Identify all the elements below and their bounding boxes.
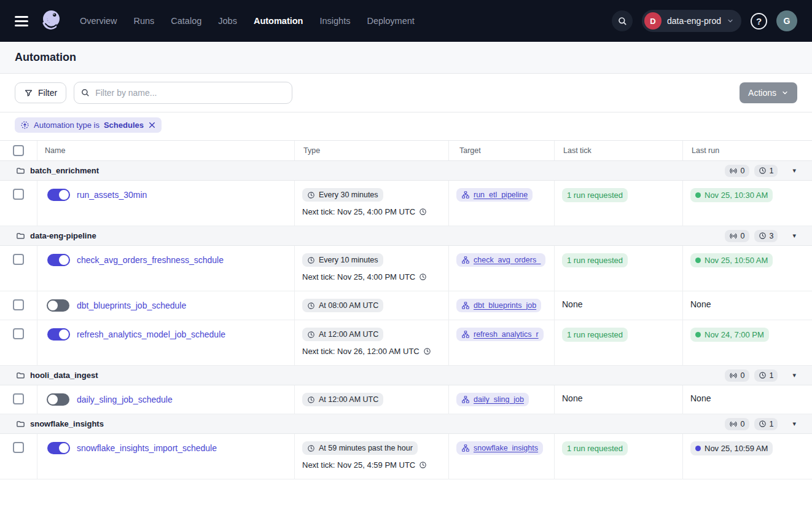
- schedule-name-link[interactable]: daily_sling_job_schedule: [77, 393, 173, 406]
- table-header: Name Type Target Last tick Last run: [0, 141, 812, 161]
- success-dot-icon: [695, 258, 701, 263]
- schedule-toggle[interactable]: [47, 254, 69, 266]
- nav-item-jobs[interactable]: Jobs: [218, 16, 237, 26]
- user-avatar[interactable]: G: [776, 10, 797, 31]
- success-dot-icon: [695, 192, 701, 198]
- close-icon[interactable]: [148, 121, 156, 129]
- nav-item-catalog[interactable]: Catalog: [171, 16, 201, 26]
- job-icon: [461, 330, 470, 339]
- last-run-badge[interactable]: Nov 25, 10:59 AM: [690, 441, 773, 455]
- schedule-type-badge: At 12:00 AM UTC: [302, 328, 383, 341]
- column-header-name: Name: [37, 141, 295, 160]
- nav-item-automation[interactable]: Automation: [254, 16, 303, 26]
- group-row[interactable]: batch_enrichment 0 1 ▾: [0, 161, 812, 181]
- schedule-toggle[interactable]: [47, 299, 69, 312]
- filter-button-label: Filter: [38, 88, 57, 98]
- nav-item-insights[interactable]: Insights: [319, 16, 350, 26]
- schedule-type-badge: At 12:00 AM UTC: [302, 393, 383, 406]
- table-row: daily_sling_job_schedule At 12:00 AM UTC…: [0, 385, 812, 414]
- target-badge[interactable]: refresh_analytics_r: [456, 328, 544, 341]
- page-title: Automation: [15, 51, 76, 64]
- last-tick-none: None: [562, 393, 582, 403]
- hamburger-menu-icon[interactable]: [15, 16, 28, 26]
- clock-icon: [419, 461, 427, 469]
- collapse-caret-button[interactable]: ▾: [790, 419, 798, 429]
- clock-icon: [307, 444, 315, 452]
- schedule-toggle[interactable]: [47, 393, 69, 406]
- last-run-none: None: [690, 393, 711, 403]
- sensor-icon: [729, 420, 738, 428]
- group-row[interactable]: snowflake_insights 0 1 ▾: [0, 414, 812, 434]
- sensor-count-badge: 0: [725, 418, 749, 430]
- deployment-name: data-eng-prod: [667, 16, 721, 26]
- target-badge[interactable]: run_etl_pipeline: [456, 188, 533, 202]
- started-dot-icon: [695, 446, 701, 451]
- search-icon[interactable]: [612, 10, 633, 31]
- dagster-logo-icon[interactable]: [39, 9, 64, 33]
- target-badge[interactable]: daily_sling_job: [456, 393, 529, 406]
- job-icon: [461, 444, 470, 452]
- help-icon[interactable]: ?: [751, 13, 767, 30]
- schedule-name-link[interactable]: check_avg_orders_freshness_schdule: [77, 254, 224, 266]
- row-checkbox[interactable]: [13, 254, 24, 265]
- automation-table: Name Type Target Last tick Last run batc…: [0, 141, 812, 479]
- sensor-count-badge: 0: [725, 230, 749, 242]
- sensor-count-badge: 0: [725, 165, 749, 177]
- nav-item-overview[interactable]: Overview: [80, 16, 117, 26]
- group-row[interactable]: hooli_data_ingest 0 1 ▾: [0, 366, 812, 385]
- last-run-badge[interactable]: Nov 25, 10:50 AM: [690, 253, 773, 267]
- row-checkbox[interactable]: [13, 393, 24, 404]
- automation-icon: [20, 120, 29, 130]
- schedule-toggle[interactable]: [47, 442, 69, 454]
- success-dot-icon: [695, 332, 701, 337]
- last-run-badge[interactable]: Nov 25, 10:30 AM: [690, 188, 773, 202]
- last-tick-badge[interactable]: 1 run requested: [562, 188, 628, 202]
- actions-button[interactable]: Actions: [740, 82, 797, 103]
- schedule-count-badge: 1: [754, 418, 778, 430]
- last-tick-badge[interactable]: 1 run requested: [562, 253, 628, 267]
- collapse-caret-button[interactable]: ▾: [790, 370, 798, 380]
- schedule-name-link[interactable]: refresh_analytics_model_job_schedule: [77, 328, 225, 341]
- schedule-name-link[interactable]: dbt_blueprints_job_schedule: [77, 299, 186, 312]
- last-run-badge[interactable]: Nov 24, 7:00 PM: [690, 328, 769, 342]
- schedule-toggle[interactable]: [47, 189, 69, 201]
- target-badge[interactable]: snowflake_insights: [456, 441, 543, 455]
- row-checkbox[interactable]: [13, 299, 24, 310]
- next-tick: Next tick: Nov 25, 4:59 PM UTC: [302, 460, 427, 470]
- deployment-switcher[interactable]: D data-eng-prod: [642, 10, 741, 32]
- clock-icon: [419, 208, 427, 216]
- clock-icon: [759, 371, 767, 379]
- schedule-type-badge: Every 10 minutes: [302, 253, 383, 267]
- row-checkbox[interactable]: [13, 328, 24, 339]
- last-tick-badge[interactable]: 1 run requested: [562, 328, 628, 342]
- search-icon: [80, 88, 90, 97]
- target-badge[interactable]: dbt_blueprints_job: [456, 299, 541, 312]
- target-badge[interactable]: check_avg_orders_: [456, 253, 545, 267]
- schedule-toggle[interactable]: [47, 328, 69, 341]
- clock-icon: [423, 347, 431, 355]
- sensor-icon: [729, 232, 738, 240]
- collapse-caret-button[interactable]: ▾: [790, 230, 798, 241]
- name-filter-input[interactable]: [74, 82, 292, 104]
- automation-type-filter-chip[interactable]: Automation type is Schedules: [15, 117, 162, 133]
- name-filter-field: [74, 82, 292, 104]
- group-row[interactable]: data-eng-pipeline 0 3 ▾: [0, 226, 812, 246]
- filter-button[interactable]: Filter: [15, 82, 66, 103]
- nav-item-runs[interactable]: Runs: [133, 16, 154, 26]
- schedule-count-badge: 1: [754, 369, 778, 382]
- clock-icon: [759, 420, 767, 428]
- row-checkbox[interactable]: [13, 442, 24, 453]
- row-checkbox[interactable]: [13, 189, 24, 200]
- select-all-checkbox[interactable]: [13, 145, 24, 156]
- last-tick-badge[interactable]: 1 run requested: [562, 441, 628, 455]
- collapse-caret-button[interactable]: ▾: [790, 165, 798, 176]
- chevron-down-icon: [781, 89, 789, 97]
- last-run-none: None: [690, 299, 711, 309]
- job-icon: [461, 301, 470, 310]
- nav-item-deployment[interactable]: Deployment: [367, 16, 414, 26]
- column-header-type: Type: [295, 141, 449, 160]
- schedule-name-link[interactable]: snowflake_insights_import_schedule: [77, 442, 217, 454]
- clock-icon: [307, 191, 315, 199]
- sensor-count-badge: 0: [725, 369, 749, 382]
- schedule-name-link[interactable]: run_assets_30min: [77, 189, 147, 201]
